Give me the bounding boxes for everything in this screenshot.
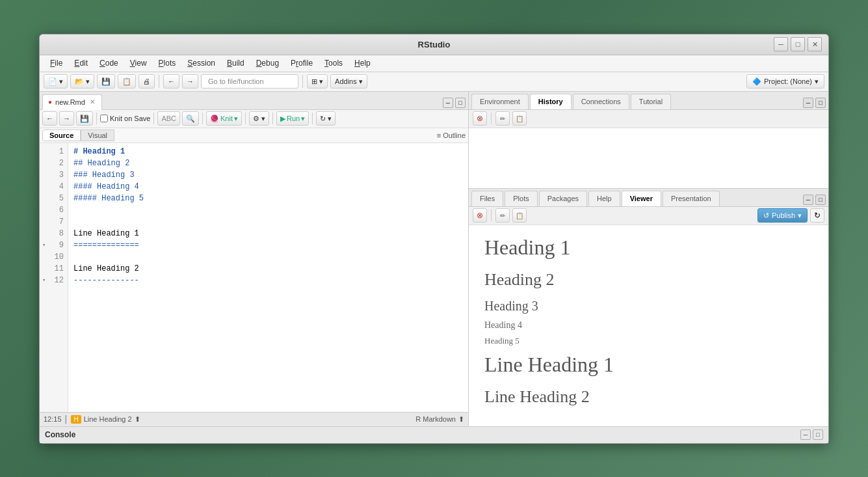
menu-plots[interactable]: Plots xyxy=(153,57,181,69)
upper-minimize-button[interactable]: ─ xyxy=(803,98,813,108)
grid-button[interactable]: ⊞ ▾ xyxy=(307,74,328,89)
tab-tutorial[interactable]: Tutorial xyxy=(631,94,671,109)
current-heading: Line Heading 2 xyxy=(84,415,132,423)
history-load-button[interactable]: ✏ xyxy=(495,111,510,126)
save-doc-button[interactable]: 💾 xyxy=(76,111,93,126)
print-button[interactable]: 🖨 xyxy=(138,74,155,89)
chunk-button[interactable]: ↻ ▾ xyxy=(316,111,335,126)
menu-build[interactable]: Build xyxy=(222,57,250,69)
menu-view[interactable]: View xyxy=(125,57,152,69)
project-selector[interactable]: 🔷 Project: (None) ▾ xyxy=(746,74,824,89)
cursor-position: 12:15 xyxy=(44,415,62,423)
menu-file[interactable]: File xyxy=(45,57,68,69)
upper-panel-controls: ─ □ xyxy=(803,98,826,109)
heading-arrow: ⬆ xyxy=(135,415,140,424)
code-line-9: ============== xyxy=(73,239,463,251)
undo-button[interactable]: ← xyxy=(42,111,57,126)
open-file-button[interactable]: 📂▾ xyxy=(70,74,94,89)
tab-presentation[interactable]: Presentation xyxy=(663,191,720,206)
publish-arrow: ▾ xyxy=(798,211,802,220)
line-num-2: 2 xyxy=(40,157,68,169)
go-to-file-label: Go to file/function xyxy=(208,77,264,85)
tab-help[interactable]: Help xyxy=(588,191,620,206)
go-to-file-input[interactable]: Go to file/function xyxy=(201,74,298,89)
menubar: File Edit Code View Plots Session Build … xyxy=(40,55,828,72)
search-button[interactable]: 🔍 xyxy=(182,111,199,126)
knit-button[interactable]: 🧶 Knit ▾ xyxy=(206,111,242,126)
close-button[interactable]: ✕ xyxy=(808,37,822,51)
back-button[interactable]: ← xyxy=(163,74,179,89)
toolbar-separator-2 xyxy=(302,75,303,88)
upper-maximize-button[interactable]: □ xyxy=(815,98,826,108)
console-maximize-button[interactable]: □ xyxy=(813,429,823,440)
tab-history[interactable]: History xyxy=(530,94,572,109)
tab-connections[interactable]: Connections xyxy=(573,94,629,109)
outline-button[interactable]: ≡ Outline xyxy=(437,131,466,139)
viewer-back-button[interactable]: ✏ xyxy=(495,208,510,223)
status-separator: │ xyxy=(64,415,69,423)
menu-session[interactable]: Session xyxy=(182,57,220,69)
publish-label: Publish xyxy=(772,211,795,219)
editor-tab-bar: ● new.Rmd ✕ ─ □ xyxy=(40,92,468,110)
main-toolbar: 📄▾ 📂▾ 💾 📋 🖨 ← → Go to file/function ⊞ ▾ … xyxy=(40,72,828,92)
forward-button[interactable]: → xyxy=(182,74,198,89)
tab-minimize-button[interactable]: ─ xyxy=(443,98,453,108)
console-minimize-button[interactable]: ─ xyxy=(800,429,811,440)
code-content[interactable]: # Heading 1 ## Heading 2 ### Heading 3 #… xyxy=(68,143,468,412)
addins-button[interactable]: Addins ▾ xyxy=(330,74,367,89)
tab-close-button[interactable]: ✕ xyxy=(88,98,96,106)
code-line-8: Line Heading 1 xyxy=(73,228,463,239)
preview-heading-2: Heading 2 xyxy=(484,270,813,290)
editor-toolbar: ← → 💾 Knit on Save ABC 🔍 🧶 Knit ▾ ⚙ ▾ ▶ … xyxy=(40,110,468,128)
tab-files[interactable]: Files xyxy=(471,191,503,206)
editor-tab-new-rmd[interactable]: ● new.Rmd ✕ xyxy=(42,94,102,110)
menu-help[interactable]: Help xyxy=(349,57,376,69)
maximize-button[interactable]: □ xyxy=(791,37,805,51)
tab-plots[interactable]: Plots xyxy=(505,191,537,206)
knit-on-save-checkbox[interactable] xyxy=(100,115,108,122)
lower-maximize-button[interactable]: □ xyxy=(815,195,826,205)
spell-check-button[interactable]: ABC xyxy=(157,111,180,126)
menu-code[interactable]: Code xyxy=(94,57,124,69)
new-file-button[interactable]: 📄▾ xyxy=(44,74,68,89)
code-line-1: # Heading 1 xyxy=(73,146,463,157)
source-tab[interactable]: Source xyxy=(42,129,81,141)
line-num-9: ▾9 xyxy=(40,239,68,251)
upper-panel-tabs: Environment History Connections Tutorial… xyxy=(469,92,828,110)
tab-viewer[interactable]: Viewer xyxy=(622,191,661,206)
lower-right-panel: Files Plots Packages Help Viewer Present… xyxy=(469,189,828,426)
viewer-refresh-button[interactable]: ↻ xyxy=(810,208,824,223)
save-button[interactable]: 💾 xyxy=(97,74,115,89)
tab-environment[interactable]: Environment xyxy=(471,94,529,109)
preview-heading-1: Heading 1 xyxy=(484,236,813,260)
publish-icon: ↺ xyxy=(763,211,769,220)
source-visual-tabs: Source Visual ≡ Outline xyxy=(40,128,468,143)
et-separator-5 xyxy=(272,113,273,124)
publish-button[interactable]: ↺ Publish ▾ xyxy=(757,208,808,223)
visual-tab[interactable]: Visual xyxy=(81,129,114,141)
tab-packages[interactable]: Packages xyxy=(539,191,587,206)
line-num-11: 11 xyxy=(40,263,68,275)
save-all-button[interactable]: 📋 xyxy=(118,74,136,89)
menu-profile[interactable]: Profile xyxy=(285,57,318,69)
console-label: Console xyxy=(45,430,75,439)
new-file-icon: 📄 xyxy=(48,77,57,86)
panel-separator xyxy=(491,113,492,124)
tab-maximize-button[interactable]: □ xyxy=(455,98,466,108)
et-separator xyxy=(96,113,97,124)
minimize-button[interactable]: ─ xyxy=(774,37,788,51)
line-num-4: 4 xyxy=(40,181,68,193)
redo-button[interactable]: → xyxy=(59,111,74,126)
menu-edit[interactable]: Edit xyxy=(69,57,93,69)
console-bar: Console ─ □ xyxy=(40,426,828,443)
history-save-button[interactable]: 📋 xyxy=(512,111,527,126)
viewer-forward-button[interactable]: 📋 xyxy=(512,208,527,223)
menu-debug[interactable]: Debug xyxy=(251,57,284,69)
lower-minimize-button[interactable]: ─ xyxy=(803,195,813,205)
menu-tools[interactable]: Tools xyxy=(319,57,348,69)
viewer-close-button[interactable]: ⊗ xyxy=(473,208,487,223)
run-button[interactable]: ▶ Run ▾ xyxy=(276,111,309,126)
clear-history-button[interactable]: ⊗ xyxy=(473,111,487,126)
editor-panel: ● new.Rmd ✕ ─ □ ← → 💾 Knit on Save ABC xyxy=(40,92,469,426)
settings-button[interactable]: ⚙ ▾ xyxy=(249,111,269,126)
